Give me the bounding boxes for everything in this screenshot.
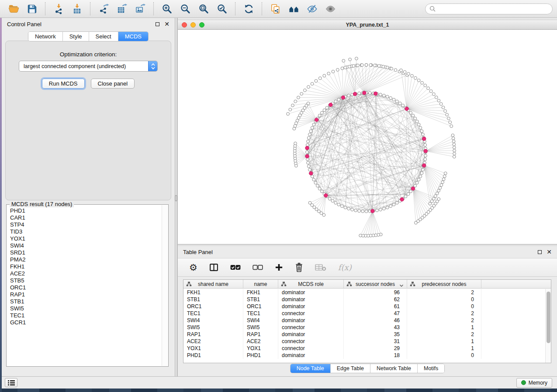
table-row[interactable]: FKH1FKH1dominator962 <box>183 289 545 296</box>
toolbar-separator <box>262 2 262 15</box>
tab-motifs[interactable]: Motifs <box>417 364 444 373</box>
mcds-result-item: PHD1 <box>10 207 160 214</box>
column-header-successor-nodes[interactable]: successor nodes <box>344 280 407 288</box>
zoom-in-icon <box>162 3 173 14</box>
sort-descending-icon <box>399 282 404 289</box>
table-cell-name: SWI4 <box>243 317 278 324</box>
table-cell-shared_name: TEC1 <box>183 310 243 317</box>
mcds-result-item: GCR1 <box>10 319 160 326</box>
tab-mcds[interactable]: MCDS <box>118 32 148 41</box>
add-column-button[interactable] <box>275 263 283 272</box>
table-cell-filler <box>481 296 545 303</box>
tab-edge-table[interactable]: Edge Table <box>330 364 370 373</box>
apply-layout-button[interactable] <box>242 2 256 16</box>
deselect-all-button[interactable] <box>253 265 263 270</box>
table-row[interactable]: PHD1PHD1dominator180 <box>183 352 545 359</box>
table-cell-successor_nodes: 43 <box>344 324 407 331</box>
save-session-button[interactable] <box>25 2 39 16</box>
table-row[interactable]: YOX1YOX1connector291 <box>183 345 545 352</box>
zoom-in-button[interactable] <box>160 2 174 16</box>
zoom-fit-button[interactable] <box>197 2 211 16</box>
column-header-MCDS-role[interactable]: MCDS role <box>278 280 344 288</box>
tab-network[interactable]: Network <box>28 32 62 41</box>
export-table-button[interactable] <box>115 2 129 16</box>
toolbar-separator <box>45 2 45 15</box>
column-label: successor nodes <box>356 281 395 287</box>
mcds-result-item: YOX1 <box>10 235 160 242</box>
result-scrollbar-track[interactable] <box>162 205 168 366</box>
tab-node-table[interactable]: Node Table <box>291 364 330 373</box>
table-row[interactable]: STB1STB1dominator620 <box>183 296 545 303</box>
table-scrollbar-track[interactable] <box>545 289 551 363</box>
zoom-selected-button[interactable] <box>215 2 229 16</box>
table-type-icon <box>410 282 415 288</box>
table-cell-shared_name: SWI4 <box>183 317 243 324</box>
table-row[interactable]: SWI5SWI5connector431 <box>183 324 545 331</box>
search-field[interactable] <box>425 3 553 14</box>
task-history-button[interactable] <box>5 378 17 387</box>
select-all-button[interactable] <box>230 265 241 270</box>
tab-network-table[interactable]: Network Table <box>370 364 417 373</box>
column-header-shared-name[interactable]: shared name <box>183 280 243 288</box>
network-graph[interactable] <box>178 30 557 244</box>
column-header-name[interactable]: name <box>243 280 278 288</box>
column-label: name <box>254 281 267 287</box>
table-panel-title: Table Panel <box>183 249 538 255</box>
table-scrollbar-thumb[interactable] <box>547 292 550 343</box>
mcds-result-item: CAR1 <box>10 214 160 221</box>
table-cell-predecessor_nodes: 0 <box>407 296 481 303</box>
zoom-out-button[interactable] <box>178 2 192 16</box>
float-panel-icon[interactable] <box>156 22 159 26</box>
open-file-button[interactable] <box>7 2 21 16</box>
table-row[interactable]: RAP1RAP1dominator352 <box>183 331 545 338</box>
close-panel-icon[interactable]: ✕ <box>164 21 170 27</box>
search-input[interactable] <box>438 6 548 12</box>
close-panel-button[interactable]: Close panel <box>91 79 135 89</box>
export-network-button[interactable] <box>97 2 111 16</box>
plus-icon <box>275 263 283 272</box>
table-cell-filler <box>481 317 545 324</box>
table-cell-mcds_role: connector <box>278 324 344 331</box>
import-network-button[interactable] <box>52 2 66 16</box>
table-row[interactable]: TEC1TEC1connector472 <box>183 310 545 317</box>
refresh-icon <box>243 3 254 14</box>
mcds-result-item: SWI5 <box>10 305 160 312</box>
table-cell-successor_nodes: 31 <box>344 338 407 345</box>
table-row[interactable]: SWI4SWI4dominator462 <box>183 317 545 324</box>
memory-button[interactable]: Memory <box>516 378 552 388</box>
criterion-select[interactable]: largest connected component (undirected) <box>19 61 158 72</box>
table-cell-predecessor_nodes: 2 <box>407 331 481 338</box>
table-cell-name: RAP1 <box>243 331 278 338</box>
mcds-result-item: RAP1 <box>10 291 160 298</box>
hide-selected-button[interactable] <box>305 2 319 16</box>
delete-column-button[interactable] <box>295 263 303 272</box>
clone-network-button[interactable] <box>268 2 282 16</box>
table-cell-predecessor_nodes: 0 <box>407 303 481 310</box>
export-image-button[interactable] <box>133 2 147 16</box>
table-cell-successor_nodes: 46 <box>344 317 407 324</box>
column-header-predecessor-nodes[interactable]: predecessor nodes <box>407 280 481 288</box>
table-cell-mcds_role: connector <box>278 338 344 345</box>
column-label: predecessor nodes <box>422 281 466 287</box>
table-row[interactable]: ORC1ORC1dominator610 <box>183 303 545 310</box>
table-cell-successor_nodes: 47 <box>344 310 407 317</box>
node-table: shared namenameMCDS rolesuccessor nodesp… <box>183 279 551 363</box>
run-mcds-button[interactable]: Run MCDS <box>42 79 85 89</box>
tab-select[interactable]: Select <box>89 32 118 41</box>
clone-document-icon <box>270 3 281 14</box>
close-table-panel-icon[interactable]: ✕ <box>547 249 552 255</box>
tab-style[interactable]: Style <box>62 32 89 41</box>
split-panel-button[interactable] <box>209 263 218 272</box>
first-neighbors-button[interactable] <box>287 2 301 16</box>
network-canvas[interactable] <box>178 30 557 244</box>
float-table-panel-icon[interactable] <box>538 250 542 254</box>
import-table-button[interactable] <box>70 2 84 16</box>
zoom-fit-icon <box>198 3 209 14</box>
table-row[interactable]: ACE2ACE2connector311 <box>183 338 545 345</box>
table-cell-filler <box>481 338 545 345</box>
memory-status-icon <box>521 380 526 385</box>
show-all-button[interactable] <box>323 2 337 16</box>
table-settings-button[interactable]: ⚙ <box>189 263 197 272</box>
table-cell-successor_nodes: 29 <box>344 345 407 352</box>
mcds-result-item: ACE2 <box>10 270 160 277</box>
